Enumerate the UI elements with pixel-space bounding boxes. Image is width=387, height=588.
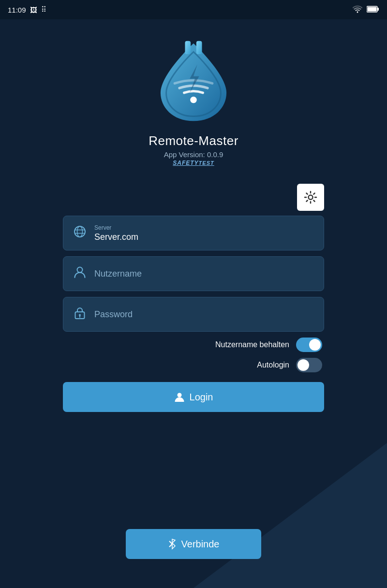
server-input[interactable] <box>94 232 314 242</box>
keep-username-label: Nutzername behalten <box>215 340 289 349</box>
app-version: App Version: 0.0.9 <box>164 150 223 159</box>
image-icon: 🖼 <box>30 6 37 14</box>
grid-icon: ⠿ <box>41 5 46 14</box>
svg-point-8 <box>77 226 83 237</box>
svg-point-9 <box>77 267 83 273</box>
svg-rect-1 <box>377 8 379 11</box>
bluetooth-icon <box>168 538 177 550</box>
form-container: Server <box>63 216 324 412</box>
svg-point-3 <box>190 97 197 103</box>
settings-btn-container <box>63 184 324 211</box>
svg-rect-2 <box>368 7 377 11</box>
username-field[interactable] <box>63 256 324 291</box>
bluetooth-button[interactable]: Verbinde <box>126 529 261 559</box>
keep-username-toggle[interactable] <box>296 338 322 352</box>
wifi-icon <box>352 5 363 15</box>
logo-container: Remote-Master App Version: 0.0.9 SAFETYT… <box>149 39 238 169</box>
autologin-label: Autologin <box>257 361 289 369</box>
server-label: Server <box>94 224 314 231</box>
safety-test-label: SAFETYTEST <box>173 160 214 169</box>
autologin-toggle[interactable] <box>296 358 322 372</box>
svg-point-13 <box>177 393 181 397</box>
autologin-row: Autologin <box>63 358 324 372</box>
bluetooth-label: Verbinde <box>181 539 220 550</box>
status-bar-left: 11:09 🖼 ⠿ <box>8 5 46 14</box>
status-bar: 11:09 🖼 ⠿ <box>0 0 387 19</box>
server-input-content: Server <box>94 224 314 242</box>
battery-icon <box>367 6 379 14</box>
lock-icon <box>73 307 87 322</box>
status-bar-right <box>352 5 379 15</box>
server-icon <box>73 225 87 241</box>
main-content: Remote-Master App Version: 0.0.9 SAFETYT… <box>0 19 387 588</box>
time-display: 11:09 <box>8 6 26 14</box>
keep-username-row: Nutzername behalten <box>63 338 324 352</box>
app-logo <box>155 39 232 126</box>
server-field[interactable]: Server <box>63 216 324 250</box>
settings-button[interactable] <box>297 184 324 211</box>
svg-rect-5 <box>196 41 202 54</box>
password-field[interactable] <box>63 297 324 332</box>
password-input[interactable] <box>94 309 314 320</box>
login-button[interactable]: Login <box>63 382 324 412</box>
app-title: Remote-Master <box>149 133 238 148</box>
toggle-knob-on <box>309 339 321 351</box>
svg-point-7 <box>74 226 85 237</box>
svg-rect-4 <box>185 41 191 54</box>
person-icon <box>174 392 185 402</box>
username-input[interactable] <box>94 269 314 279</box>
svg-point-6 <box>309 195 313 200</box>
gear-icon <box>304 191 317 204</box>
user-icon <box>73 266 87 281</box>
login-label: Login <box>190 392 213 403</box>
toggle-knob-off <box>298 359 309 371</box>
